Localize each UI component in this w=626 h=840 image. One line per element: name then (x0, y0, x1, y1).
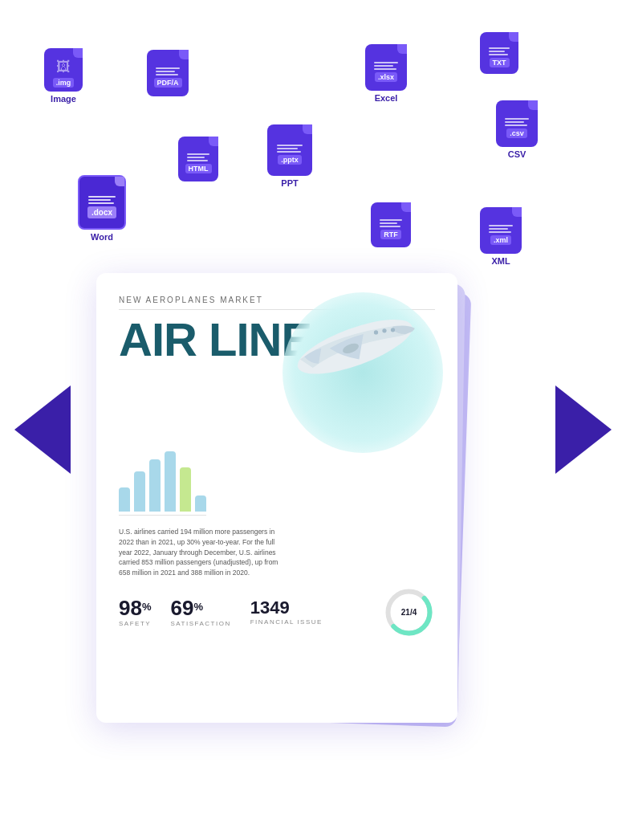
report-card: NEW AEROPLANES MARKET AIR LINE (96, 273, 457, 723)
file-ext-image: .img (53, 78, 75, 88)
bar-5 (180, 467, 191, 512)
file-icon-xml[interactable]: .xml XML (480, 207, 522, 266)
stat-satisfaction-label: SATISFACTION (170, 620, 230, 627)
report-document: NEW AEROPLANES MARKET AIR LINE (96, 273, 490, 739)
arrow-left-icon[interactable] (14, 385, 71, 474)
stats-row: 98% SAFETY 69% SATISFACTION 1349 FINANCI… (119, 586, 435, 638)
bar-6 (195, 495, 206, 512)
file-label-ppt: PPT (281, 178, 298, 188)
file-icon-ppt[interactable]: .pptx PPT (267, 124, 312, 188)
file-label-excel: Excel (375, 93, 398, 103)
file-icon-excel[interactable]: .xlsx Excel (365, 44, 407, 103)
report-body-text: U.S. airlines carried 194 million more p… (119, 527, 279, 578)
file-ext-word: .docx (87, 206, 116, 218)
stat-financial-value: 1349 (250, 597, 290, 618)
stat-satisfaction: 69% SATISFACTION (170, 597, 230, 627)
file-ext-html: HTML (185, 164, 212, 173)
file-icon-pdfa[interactable]: PDF/A (147, 50, 189, 99)
file-ext-pdfa: PDF/A (154, 78, 182, 88)
file-ext-ppt: .pptx (278, 155, 302, 165)
file-ext-xml: .xml (490, 235, 511, 245)
stat-financial: 1349 FINANCIAL ISSUE (250, 599, 323, 626)
file-ext-txt: TXT (490, 58, 510, 67)
stat-safety-label: SAFETY (119, 620, 151, 627)
stat-safety-value: 98 (119, 596, 142, 620)
bar-3 (149, 459, 161, 512)
file-ext-rtf: RTF (380, 230, 401, 239)
stat-satisfaction-percent: % (193, 600, 203, 612)
bar-chart (119, 451, 206, 516)
stat-safety-percent: % (142, 600, 152, 612)
donut-label: 21/4 (401, 608, 417, 617)
airplane-svg (266, 284, 435, 401)
file-label-xml: XML (491, 256, 510, 266)
file-icon-txt[interactable]: TXT (480, 32, 518, 74)
file-icon-rtf[interactable]: RTF (371, 202, 411, 247)
file-icon-html[interactable]: HTML (178, 137, 218, 181)
svg-point-3 (382, 328, 386, 332)
svg-point-2 (374, 330, 378, 334)
stat-financial-label: FINANCIAL ISSUE (250, 618, 323, 626)
file-label-image: Image (51, 94, 76, 104)
file-label-csv: CSV (508, 149, 526, 159)
main-scene: 🖼 .img Image PDF/A .xlsx Ex (0, 0, 626, 840)
file-icon-word[interactable]: .docx Word (78, 175, 126, 242)
stat-satisfaction-value: 69 (170, 596, 193, 620)
donut-chart: 21/4 (383, 586, 435, 638)
file-ext-csv: .csv (506, 128, 527, 138)
svg-point-4 (391, 328, 395, 332)
file-label-word: Word (91, 232, 113, 242)
file-icon-image[interactable]: 🖼 .img Image (44, 48, 83, 104)
arrow-right-icon[interactable] (555, 385, 612, 474)
stat-safety: 98% SAFETY (119, 597, 151, 627)
bar-4 (165, 451, 176, 512)
file-icon-csv[interactable]: .csv CSV (496, 100, 538, 159)
bar-2 (134, 471, 145, 512)
bar-1 (119, 487, 130, 512)
file-ext-excel: .xlsx (375, 72, 397, 82)
